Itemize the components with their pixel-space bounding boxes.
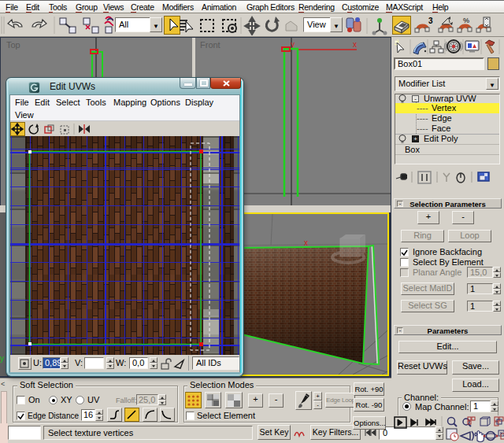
svg-text:x: x <box>353 40 357 49</box>
svg-text:x: x <box>304 238 308 247</box>
svg-text:y: y <box>291 40 295 49</box>
svg-text:3: 3 <box>428 17 433 25</box>
svg-text:%: % <box>463 17 469 24</box>
